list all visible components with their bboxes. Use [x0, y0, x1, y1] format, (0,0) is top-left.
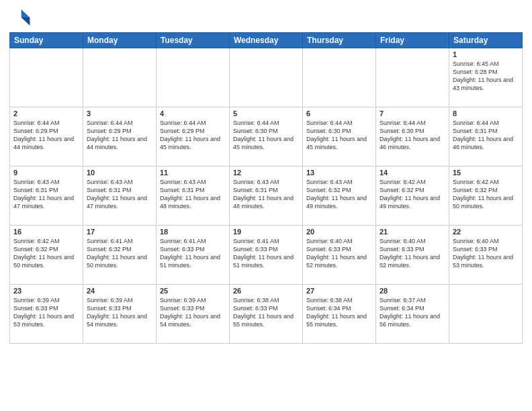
day-info: Sunrise: 6:45 AM Sunset: 6:28 PM Dayligh…: [453, 60, 519, 93]
calendar-cell: 25Sunrise: 6:39 AM Sunset: 6:33 PM Dayli…: [157, 285, 230, 344]
calendar-table: SundayMondayTuesdayWednesdayThursdayFrid…: [9, 32, 523, 344]
page: SundayMondayTuesdayWednesdayThursdayFrid…: [0, 0, 532, 411]
day-number: 4: [160, 109, 226, 118]
weekday-saturday: Saturday: [449, 33, 523, 48]
week-row-3: 9Sunrise: 6:43 AM Sunset: 6:31 PM Daylig…: [10, 167, 523, 226]
day-number: 22: [453, 228, 519, 236]
day-info: Sunrise: 6:43 AM Sunset: 6:31 PM Dayligh…: [160, 178, 226, 211]
day-info: Sunrise: 6:44 AM Sunset: 6:31 PM Dayligh…: [453, 119, 519, 152]
calendar-cell: 19Sunrise: 6:41 AM Sunset: 6:33 PM Dayli…: [230, 226, 303, 285]
day-number: 7: [380, 109, 445, 118]
calendar-cell: 10Sunrise: 6:43 AM Sunset: 6:31 PM Dayli…: [83, 167, 157, 226]
svg-marker-1: [21, 17, 30, 26]
weekday-sunday: Sunday: [10, 33, 83, 48]
calendar-cell: 16Sunrise: 6:42 AM Sunset: 6:32 PM Dayli…: [10, 226, 83, 285]
calendar-cell: 6Sunrise: 6:44 AM Sunset: 6:30 PM Daylig…: [303, 107, 376, 167]
day-number: 14: [380, 169, 445, 177]
week-row-5: 23Sunrise: 6:39 AM Sunset: 6:33 PM Dayli…: [10, 285, 523, 344]
calendar-cell: [449, 285, 523, 344]
day-info: Sunrise: 6:41 AM Sunset: 6:32 PM Dayligh…: [87, 237, 152, 270]
calendar-cell: 23Sunrise: 6:39 AM Sunset: 6:33 PM Dayli…: [10, 285, 83, 344]
day-info: Sunrise: 6:38 AM Sunset: 6:34 PM Dayligh…: [306, 296, 372, 329]
day-info: Sunrise: 6:44 AM Sunset: 6:29 PM Dayligh…: [160, 119, 226, 152]
calendar-cell: 26Sunrise: 6:38 AM Sunset: 6:33 PM Dayli…: [230, 285, 303, 344]
calendar-cell: 1Sunrise: 6:45 AM Sunset: 6:28 PM Daylig…: [449, 48, 523, 107]
day-info: Sunrise: 6:39 AM Sunset: 6:33 PM Dayligh…: [13, 296, 79, 329]
calendar-cell: 27Sunrise: 6:38 AM Sunset: 6:34 PM Dayli…: [303, 285, 376, 344]
day-number: 16: [13, 228, 79, 236]
weekday-friday: Friday: [376, 33, 449, 48]
calendar-cell: 2Sunrise: 6:44 AM Sunset: 6:29 PM Daylig…: [10, 107, 83, 167]
calendar-cell: 14Sunrise: 6:42 AM Sunset: 6:32 PM Dayli…: [376, 167, 449, 226]
day-info: Sunrise: 6:44 AM Sunset: 6:29 PM Dayligh…: [13, 119, 79, 152]
day-number: 10: [87, 169, 152, 177]
day-number: 12: [233, 169, 299, 177]
day-number: 26: [233, 287, 299, 295]
day-info: Sunrise: 6:42 AM Sunset: 6:32 PM Dayligh…: [453, 178, 519, 211]
day-number: 24: [87, 287, 152, 295]
day-number: 25: [160, 287, 226, 295]
day-info: Sunrise: 6:40 AM Sunset: 6:33 PM Dayligh…: [453, 237, 519, 270]
day-info: Sunrise: 6:41 AM Sunset: 6:33 PM Dayligh…: [233, 237, 299, 270]
day-info: Sunrise: 6:43 AM Sunset: 6:31 PM Dayligh…: [87, 178, 152, 211]
day-number: 3: [87, 109, 152, 118]
calendar-cell: 12Sunrise: 6:43 AM Sunset: 6:31 PM Dayli…: [230, 167, 303, 226]
svg-marker-0: [21, 9, 30, 17]
day-info: Sunrise: 6:41 AM Sunset: 6:33 PM Dayligh…: [160, 237, 226, 270]
weekday-wednesday: Wednesday: [230, 33, 303, 48]
calendar-cell: 5Sunrise: 6:44 AM Sunset: 6:30 PM Daylig…: [230, 107, 303, 167]
day-number: 20: [306, 228, 372, 236]
weekday-monday: Monday: [83, 33, 157, 48]
calendar-cell: [303, 48, 376, 107]
day-number: 1: [453, 50, 519, 58]
day-info: Sunrise: 6:40 AM Sunset: 6:33 PM Dayligh…: [380, 237, 445, 270]
day-number: 21: [380, 228, 445, 236]
weekday-tuesday: Tuesday: [157, 33, 230, 48]
day-number: 18: [160, 228, 226, 236]
calendar-cell: [376, 48, 449, 107]
calendar-cell: 18Sunrise: 6:41 AM Sunset: 6:33 PM Dayli…: [157, 226, 230, 285]
day-info: Sunrise: 6:43 AM Sunset: 6:31 PM Dayligh…: [233, 178, 299, 211]
day-info: Sunrise: 6:44 AM Sunset: 6:30 PM Dayligh…: [233, 119, 299, 152]
day-info: Sunrise: 6:39 AM Sunset: 6:33 PM Dayligh…: [87, 296, 152, 329]
day-info: Sunrise: 6:43 AM Sunset: 6:31 PM Dayligh…: [13, 178, 79, 211]
calendar-cell: 21Sunrise: 6:40 AM Sunset: 6:33 PM Dayli…: [376, 226, 449, 285]
day-info: Sunrise: 6:44 AM Sunset: 6:29 PM Dayligh…: [87, 119, 152, 152]
day-info: Sunrise: 6:42 AM Sunset: 6:32 PM Dayligh…: [13, 237, 79, 270]
day-info: Sunrise: 6:44 AM Sunset: 6:30 PM Dayligh…: [306, 119, 372, 152]
logo-icon: [9, 7, 31, 28]
calendar-cell: [10, 48, 83, 107]
weekday-header-row: SundayMondayTuesdayWednesdayThursdayFrid…: [10, 33, 523, 48]
week-row-4: 16Sunrise: 6:42 AM Sunset: 6:32 PM Dayli…: [10, 226, 523, 285]
day-number: 6: [306, 109, 372, 118]
day-number: 27: [306, 287, 372, 295]
calendar-cell: 20Sunrise: 6:40 AM Sunset: 6:33 PM Dayli…: [303, 226, 376, 285]
day-number: 11: [160, 169, 226, 177]
day-number: 28: [380, 287, 445, 295]
day-info: Sunrise: 6:44 AM Sunset: 6:30 PM Dayligh…: [380, 119, 445, 152]
day-number: 2: [13, 109, 79, 118]
calendar-cell: 3Sunrise: 6:44 AM Sunset: 6:29 PM Daylig…: [83, 107, 157, 167]
calendar-cell: 15Sunrise: 6:42 AM Sunset: 6:32 PM Dayli…: [449, 167, 523, 226]
calendar-cell: [230, 48, 303, 107]
calendar-cell: 28Sunrise: 6:37 AM Sunset: 6:34 PM Dayli…: [376, 285, 449, 344]
day-info: Sunrise: 6:40 AM Sunset: 6:33 PM Dayligh…: [306, 237, 372, 270]
day-number: 19: [233, 228, 299, 236]
day-info: Sunrise: 6:39 AM Sunset: 6:33 PM Dayligh…: [160, 296, 226, 329]
calendar-cell: 11Sunrise: 6:43 AM Sunset: 6:31 PM Dayli…: [157, 167, 230, 226]
day-info: Sunrise: 6:38 AM Sunset: 6:33 PM Dayligh…: [233, 296, 299, 329]
calendar-cell: 22Sunrise: 6:40 AM Sunset: 6:33 PM Dayli…: [449, 226, 523, 285]
calendar-cell: 7Sunrise: 6:44 AM Sunset: 6:30 PM Daylig…: [376, 107, 449, 167]
weekday-thursday: Thursday: [303, 33, 376, 48]
day-info: Sunrise: 6:43 AM Sunset: 6:32 PM Dayligh…: [306, 178, 372, 211]
day-info: Sunrise: 6:42 AM Sunset: 6:32 PM Dayligh…: [380, 178, 445, 211]
calendar-cell: 9Sunrise: 6:43 AM Sunset: 6:31 PM Daylig…: [10, 167, 83, 226]
calendar-cell: 24Sunrise: 6:39 AM Sunset: 6:33 PM Dayli…: [83, 285, 157, 344]
logo: [9, 7, 35, 28]
calendar-cell: 4Sunrise: 6:44 AM Sunset: 6:29 PM Daylig…: [157, 107, 230, 167]
week-row-2: 2Sunrise: 6:44 AM Sunset: 6:29 PM Daylig…: [10, 107, 523, 167]
week-row-1: 1Sunrise: 6:45 AM Sunset: 6:28 PM Daylig…: [10, 48, 523, 107]
day-number: 17: [87, 228, 152, 236]
header: [9, 7, 523, 28]
day-number: 8: [453, 109, 519, 118]
